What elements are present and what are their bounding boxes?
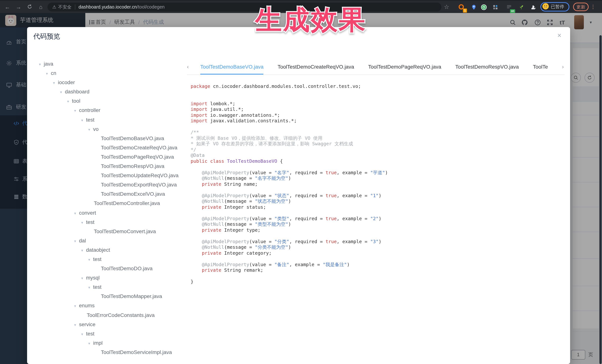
- tree-file-node[interactable]: ToolTestDemoConvert.java: [33, 227, 179, 236]
- extension-icon-list-on[interactable]: on: [504, 2, 514, 12]
- caret-down-icon[interactable]: ▾: [53, 78, 58, 87]
- tree-file-node[interactable]: ToolTestDemoRespVO.java: [33, 162, 179, 171]
- code-token: (message =: [224, 244, 255, 250]
- tabs-scroll-left-icon[interactable]: ‹: [187, 59, 189, 74]
- caret-down-icon[interactable]: ▾: [81, 115, 86, 125]
- tree-file-node[interactable]: ToolTestDemoExcelVO.java: [33, 190, 179, 199]
- caret-down-icon[interactable]: ▾: [74, 208, 79, 218]
- caret-down-icon[interactable]: ▾: [81, 246, 86, 255]
- tree-folder-node[interactable]: ▾enums: [33, 301, 179, 311]
- tree-folder-node[interactable]: ▾impl: [33, 338, 179, 348]
- tree-file-node[interactable]: ToolTestDemoMapper.java: [33, 292, 179, 301]
- code-token: (value =: [249, 239, 274, 244]
- code-file-tab[interactable]: ToolTestDemoPageReqVO.java: [368, 59, 441, 74]
- browser-home-icon[interactable]: ⌂: [36, 1, 45, 13]
- tree-node-label: mysql: [86, 275, 100, 281]
- code-file-tab[interactable]: ToolTestDemoCreateReqVO.java: [278, 59, 354, 74]
- address-bar[interactable]: ⚠ 不安全 dashboard.yudao.iocoder.cn/tool/co…: [47, 3, 441, 11]
- caret-down-icon[interactable]: ▾: [88, 125, 93, 134]
- code-token: "1": [370, 193, 378, 198]
- tree-node-label: ToolTestDemoController.java: [94, 200, 160, 206]
- caret-down-icon[interactable]: ▾: [81, 329, 86, 339]
- bookmark-star-icon[interactable]: ☆: [442, 1, 451, 13]
- caret-down-icon[interactable]: ▾: [46, 69, 51, 78]
- tree-file-node[interactable]: ToolTestDemoServiceImpl.java: [33, 348, 179, 357]
- caret-down-icon[interactable]: ▾: [88, 255, 93, 264]
- tree-folder-node[interactable]: ▾test: [33, 255, 179, 264]
- code-token: Integer type;: [221, 227, 261, 233]
- tree-folder-node[interactable]: ▾test: [33, 283, 179, 292]
- code-line: private String name;: [191, 181, 565, 187]
- tree-folder-node[interactable]: ▾test: [33, 329, 179, 338]
- tree-node-label: ToolTestDemoUpdateReqVO.java: [101, 172, 179, 178]
- extension-icon-orange[interactable]: 1: [456, 2, 466, 12]
- code-token: ): [288, 198, 291, 204]
- tree-folder-node[interactable]: ▾test: [33, 115, 179, 124]
- caret-down-icon[interactable]: ▾: [74, 320, 79, 329]
- code-token: ): [347, 261, 350, 267]
- tree-file-node[interactable]: ToolTestDemoController.java: [33, 199, 179, 208]
- tree-folder-node[interactable]: ▾controller: [33, 106, 179, 115]
- caret-down-icon[interactable]: ▾: [88, 283, 93, 292]
- code-token: (message =: [224, 198, 255, 204]
- extension-icon-grid[interactable]: [490, 2, 500, 12]
- caret-down-icon[interactable]: ▾: [74, 237, 79, 246]
- caret-down-icon[interactable]: ▾: [39, 60, 44, 69]
- code-token: true: [325, 170, 337, 175]
- tree-file-node[interactable]: ToolTestDemoCreateReqVO.java: [33, 143, 179, 152]
- tree-folder-node[interactable]: ▾vo: [33, 124, 179, 134]
- tree-folder-node[interactable]: ▾test: [33, 218, 179, 227]
- profile-chip[interactable]: 已暂停: [540, 2, 569, 11]
- code-line: [191, 187, 565, 193]
- tree-node-label: test: [86, 219, 94, 225]
- browser-back-icon[interactable]: ←: [3, 1, 12, 13]
- code-file-tab[interactable]: ToolTestDemoRespVO.java: [455, 59, 519, 74]
- caret-down-icon[interactable]: ▾: [74, 106, 79, 115]
- tree-file-node[interactable]: ToolTestDemoPageReqVO.java: [33, 152, 179, 162]
- extension-icon-sprout[interactable]: [516, 2, 526, 12]
- code-token: (message =: [224, 175, 255, 181]
- tree-file-node[interactable]: ToolTestDemoDO.java: [33, 264, 179, 273]
- browser-update-button[interactable]: 更新: [573, 3, 589, 11]
- caret-down-icon[interactable]: ▾: [74, 302, 79, 311]
- code-token: @ApiModelProperty: [191, 170, 249, 175]
- code-file-tab[interactable]: ToolTe: [533, 59, 548, 74]
- close-icon[interactable]: ×: [555, 31, 563, 40]
- extension-icon-pin[interactable]: [469, 2, 478, 12]
- tree-file-node[interactable]: ToolTestDemoBaseVO.java: [33, 134, 179, 143]
- extension-on-badge: on: [510, 9, 515, 13]
- page-scrollbar[interactable]: [599, 35, 602, 364]
- tree-file-node[interactable]: ToolErrorCodeConstants.java: [33, 311, 179, 320]
- browser-forward-icon[interactable]: →: [14, 1, 23, 13]
- code-line: /**: [191, 129, 565, 135]
- code-token: io.swagger.annotations.*;: [207, 112, 280, 118]
- caret-down-icon[interactable]: ▾: [88, 339, 93, 348]
- tree-folder-node[interactable]: ▾iocoder: [33, 78, 179, 87]
- tree-folder-node[interactable]: ▾convert: [33, 208, 179, 218]
- browser-reload-icon[interactable]: [25, 1, 34, 13]
- tree-file-node[interactable]: ToolTestDemoExportReqVO.java: [33, 180, 179, 189]
- extensions-puzzle-icon[interactable]: [528, 2, 538, 12]
- tree-folder-node[interactable]: ▾service: [33, 320, 179, 329]
- tree-folder-node[interactable]: ▾tool: [33, 97, 179, 106]
- code-file-tab[interactable]: ToolTestDemoBaseVO.java: [200, 59, 264, 74]
- caret-down-icon[interactable]: ▾: [81, 274, 86, 283]
- caret-down-icon[interactable]: ▾: [60, 88, 65, 97]
- browser-menu-kebab-icon[interactable]: ⋮: [591, 1, 596, 13]
- tree-file-node[interactable]: ToolTestDemoUpdateReqVO.java: [33, 171, 179, 180]
- tree-folder-node[interactable]: ▾dal: [33, 236, 179, 245]
- tabs-scroll-right-icon[interactable]: ›: [562, 59, 564, 74]
- tree-folder-node[interactable]: ▾mysql: [33, 273, 179, 282]
- tree-folder-node[interactable]: ▾cn: [33, 69, 179, 78]
- tree-node-label: vo: [93, 126, 99, 132]
- extension-icon-green-circle[interactable]: [479, 2, 488, 12]
- code-viewer[interactable]: package cn.iocoder.dashboard.modules.too…: [191, 83, 565, 284]
- tree-folder-node[interactable]: ▾dataobject: [33, 245, 179, 255]
- tree-folder-node[interactable]: ▾dashboard: [33, 87, 179, 97]
- code-line: [191, 164, 565, 170]
- caret-down-icon[interactable]: ▾: [67, 97, 72, 106]
- code-line: @ApiModelProperty(value = "备注", example …: [191, 261, 565, 267]
- caret-down-icon[interactable]: ▾: [81, 218, 86, 227]
- code-token: ): [288, 221, 291, 227]
- tree-folder-node[interactable]: ▾java: [33, 59, 179, 69]
